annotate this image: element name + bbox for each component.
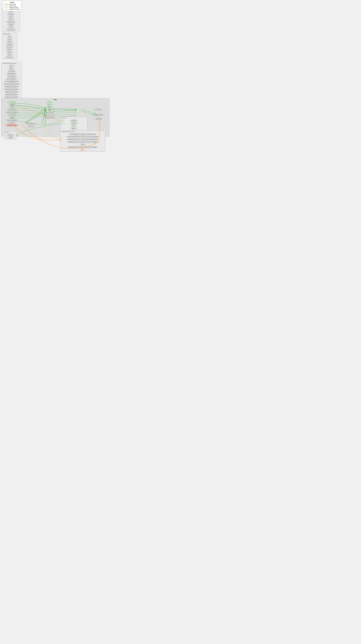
external-call-line xyxy=(4,6,8,6)
router02-title: IUniswapV2Router02 (iface) xyxy=(61,131,104,132)
spal-right-nodes: _tokenTransfer calculateLiquidityFee _ta… xyxy=(88,108,108,128)
router02-node-removeLiquidityETHWithPermitSupporting[interactable]: removeLiquidityETHWithPermitSupportingFe… xyxy=(66,136,100,138)
factory-node-feetoSetter[interactable]: feeToSetter xyxy=(7,13,15,15)
spal-node-takeLiquidity[interactable]: _takeLiquidity xyxy=(94,118,103,120)
ownable-node-onlyOwner[interactable]: onlyOwner xyxy=(70,120,78,122)
erc20-node-transfer[interactable]: transfer xyxy=(7,54,13,56)
spal-node-receiveEther[interactable]: <Receive Ether> xyxy=(7,114,17,116)
context-title: Context xyxy=(5,132,16,133)
spal-node-approve[interactable]: approve xyxy=(46,104,53,106)
spal-node-balanceOf[interactable]: balanceOf xyxy=(27,125,35,128)
router02-node-swapExactTokensForETHSupporting[interactable]: swapExactTokensForETHSupportingFeeOnTran… xyxy=(67,146,98,148)
erc20-node-balanceOf[interactable]: balanceOf xyxy=(6,46,13,48)
spal-node-transferFrom[interactable]: transferFrom xyxy=(45,111,54,113)
spal-node-migrateLegacyToken[interactable]: migrateLegacyToken xyxy=(6,119,18,121)
spal-node-sellBurnedTokens[interactable]: sellBurnedTokens xyxy=(26,123,37,125)
ownable-node-msgSender[interactable]: _msgSender xyxy=(69,122,78,124)
erc20-contract-box: IERC20 (iface) name symbol decimals tota… xyxy=(2,33,17,59)
spal-node-totalSupply[interactable]: totalSupply xyxy=(8,104,16,106)
router01-node-removeLiquidity[interactable]: removeLiquidity xyxy=(7,75,17,77)
erc20-title: IERC20 (iface) xyxy=(3,34,16,35)
spal-title: SPAL xyxy=(2,99,108,100)
context-nodes: _msgSender _msgData xyxy=(5,134,16,139)
router01-node-weth[interactable]: WETH xyxy=(9,68,14,70)
factory-node-setFeeToSetter[interactable]: setFeeToSetter xyxy=(6,29,16,31)
spal-node-approve2[interactable]: approve xyxy=(46,109,53,111)
context-node-msgData[interactable]: _msgData xyxy=(7,136,14,138)
factory-node-getPair[interactable]: getPair xyxy=(8,16,14,18)
router01-node-addLiquidity[interactable]: addLiquidity xyxy=(7,70,16,72)
legend-label-undefined: Undefined Contract xyxy=(9,8,20,10)
legend-item-internal: Internal Call xyxy=(4,4,20,5)
internal-call-line xyxy=(4,4,8,4)
ownable-title: Ownable xyxy=(61,118,87,119)
router02-node-swapExactETHForTokensSupporting[interactable]: swapExactETHForTokensSupportingFeeOnTran… xyxy=(67,141,98,143)
spal-node-setAllFeePercent[interactable]: setAllFeePercent xyxy=(7,109,17,111)
router02-node-swapExactTokensForTokensSupporting[interactable]: swapExactTokensForTokensSupportingFeeOnT… xyxy=(66,138,99,140)
factory-nodes: feeTo feeToSetter getPair allPairs allPa… xyxy=(3,10,19,31)
router01-node-swapTokensForExactETH[interactable]: swapTokensForExactETH xyxy=(4,94,19,96)
spal-node-payable[interactable]: payable xyxy=(9,116,15,118)
spal-node-transfer[interactable]: transfer xyxy=(46,101,53,103)
spal-node-decreaseAllowance[interactable]: decreaseAllowance xyxy=(44,116,55,118)
legend: Legend Internal Call External Call Defin… xyxy=(3,1,21,11)
spal-node-allowance[interactable]: allowance xyxy=(8,106,16,108)
router01-node-removeLiquidityETH[interactable]: removeLiquidityETH xyxy=(5,78,18,80)
ownable-node-address[interactable]: address xyxy=(71,127,77,129)
ownable-node-owner[interactable]: owner xyxy=(71,125,77,127)
router01-node-addLiquidityETH[interactable]: addLiquidityETH xyxy=(6,73,17,75)
erc20-nodes: name symbol decimals totalSupply balance… xyxy=(3,35,16,58)
router01-title: IUniswapV2Router01 (iface) xyxy=(2,63,21,64)
spal-node-tokenTransfer[interactable]: _tokenTransfer xyxy=(93,108,103,110)
context-node-msgSender[interactable]: _msgSender xyxy=(6,134,15,136)
erc20-node-name[interactable]: name xyxy=(7,36,12,38)
router02-node-weth[interactable]: WETH xyxy=(80,149,86,151)
router01-node-removeLiquidityETHWithPermit[interactable]: removeLiquidityETHWithPermit xyxy=(3,83,20,85)
spal-node-setFeeWallet[interactable]: setFeeWallet xyxy=(8,122,16,124)
legend-item-defined: Defined Contract xyxy=(4,7,20,8)
undefined-contract-line xyxy=(4,9,8,9)
router01-node-removeLiquidityWithPermit[interactable]: removeLiquidityWithPermit xyxy=(4,80,19,82)
defined-contract-line xyxy=(4,7,8,8)
legend-item-external: External Call xyxy=(4,5,20,6)
erc20-node-approve[interactable]: approve xyxy=(7,51,13,53)
router01-node-swapExactTokensForTokens[interactable]: swapExactTokensForTokens xyxy=(3,86,20,88)
erc20-node-transferFrom[interactable]: transferFrom xyxy=(5,56,14,58)
router02-node-factory[interactable]: factory xyxy=(80,144,86,146)
spal-node-swapBNBForTokens[interactable]: swapBNBForTokens xyxy=(6,124,18,126)
router01-node-swapExactETHForTokens[interactable]: swapExactETHForTokens xyxy=(4,91,19,93)
router01-node-swapTokensForExactTokens[interactable]: swapTokensForExactTokens xyxy=(3,88,20,90)
legend-label-external: External Call xyxy=(9,5,16,6)
spal-center-nodes: transfer approve transfer approve transf… xyxy=(41,100,58,128)
erc20-node-totalSupply[interactable]: totalSupply xyxy=(6,43,14,45)
router02-nodes: removeLiquidityETHSupportingFeeOnTransfe… xyxy=(61,133,104,151)
router02-node-removeLiquidityETHSupporting[interactable]: removeLiquidityETHSupportingFeeOnTransfe… xyxy=(69,133,97,135)
erc20-node-symbol[interactable]: symbol xyxy=(7,38,13,40)
router01-node-factory[interactable]: factory xyxy=(9,65,14,67)
factory-node-setFeeTo[interactable]: setFeeTo xyxy=(8,26,15,28)
spal-left-nodes: <Constructor> totalSupply allowance setA… xyxy=(2,100,22,128)
spal-node-distributeBurnedTokens[interactable]: distributeBurnedTokens xyxy=(5,111,19,113)
legend-item-undefined: Undefined Contract xyxy=(4,8,20,10)
factory-node-allPairsLength[interactable]: allPairsLength xyxy=(6,21,16,23)
spal-node-increaseAllowance[interactable]: increaseAllowance xyxy=(44,114,55,116)
spal-node-calculateLiquidityFee[interactable]: calculateLiquidityFee xyxy=(92,114,105,116)
factory-node-allPairs[interactable]: allPairs xyxy=(8,18,14,20)
context-contract-box: Context _msgSender _msgData xyxy=(4,131,17,140)
legend-label-defined: Defined Contract xyxy=(9,7,19,8)
factory-contract-box: IUniswapV2Factory (iface) feeTo feeToSet… xyxy=(2,8,20,32)
spal-node-constructor[interactable]: <Constructor> xyxy=(7,101,17,103)
router01-node-swapExactTokensForETH[interactable]: swapExactTokensForETH xyxy=(4,96,19,98)
router02-contract-box: IUniswapV2Router02 (iface) removeLiquidi… xyxy=(60,130,105,152)
factory-node-createPair[interactable]: createPair xyxy=(7,24,15,26)
legend-title: Legend xyxy=(4,2,20,3)
spal-midleft-nodes: sellBurnedTokens balanceOf xyxy=(23,122,39,128)
legend-label-internal: Internal Call xyxy=(9,4,16,5)
erc20-node-allowance[interactable]: allowance xyxy=(6,48,13,50)
spal-node-transfer2[interactable]: transfer xyxy=(46,106,53,108)
erc20-node-decimals[interactable]: decimals xyxy=(6,41,13,43)
